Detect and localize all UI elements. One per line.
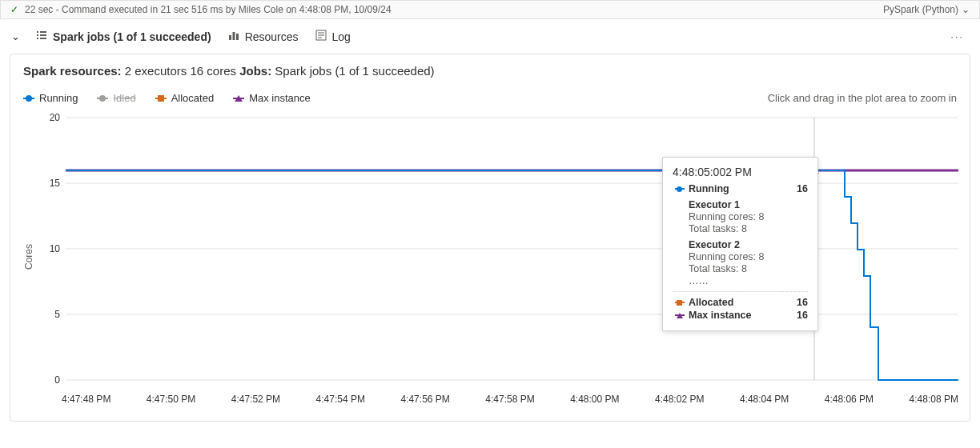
status-duration: 22 sec xyxy=(25,4,53,15)
legend-max-instance[interactable]: Max instance xyxy=(233,92,311,104)
legend-label: Allocated xyxy=(171,92,214,104)
resources-label: Spark resources: xyxy=(23,64,122,78)
x-tick: 4:48:00 PM xyxy=(570,394,619,405)
log-icon xyxy=(315,29,327,44)
x-tick: 4:47:58 PM xyxy=(485,394,534,405)
chart-tooltip: 4:48:05:002 PM Running 16 Executor 1 Run… xyxy=(662,157,818,331)
summary-line: Spark resources: 2 executors 16 cores Jo… xyxy=(23,64,957,78)
x-tick: 4:48:02 PM xyxy=(655,394,704,405)
tab-log[interactable]: Log xyxy=(313,26,352,47)
list-icon xyxy=(35,29,48,44)
y-axis-label: Cores xyxy=(23,244,34,270)
x-tick: 4:48:04 PM xyxy=(740,394,789,405)
resources-panel: Spark resources: 2 executors 16 cores Jo… xyxy=(10,54,970,422)
tooltip-max-value: 16 xyxy=(797,310,808,321)
svg-rect-2 xyxy=(236,34,239,40)
x-tick: 4:47:56 PM xyxy=(400,394,449,405)
tooltip-dots: …… xyxy=(689,275,808,286)
chart-icon xyxy=(227,29,240,44)
zoom-hint: Click and drag in the plot area to zoom … xyxy=(768,92,957,104)
svg-text:10: 10 xyxy=(50,243,61,254)
svg-rect-1 xyxy=(232,32,235,40)
chart-area[interactable]: Cores 20 15 10 5 0 xyxy=(23,109,957,405)
legend-label: Running xyxy=(39,92,78,104)
tooltip-allocated-value: 16 xyxy=(797,297,808,308)
collapse-chevron-icon[interactable]: ⌄ xyxy=(10,30,21,42)
language-selector[interactable]: PySpark (Python) ⌄ xyxy=(883,4,970,15)
legend-label: Idled xyxy=(113,92,135,104)
chevron-down-icon: ⌄ xyxy=(962,4,970,15)
tooltip-max-label: Max instance xyxy=(689,310,752,321)
tooltip-running-label: Running xyxy=(689,183,729,194)
success-check-icon: ✓ xyxy=(10,4,18,15)
tooltip-running-value: 16 xyxy=(797,183,808,194)
tooltip-exec1-cores: Running cores: 8 xyxy=(689,211,808,222)
language-label: PySpark (Python) xyxy=(883,4,958,15)
svg-rect-0 xyxy=(229,35,231,40)
svg-text:20: 20 xyxy=(50,112,61,123)
jobs-label: Jobs: xyxy=(239,64,271,78)
status-message: - Command executed in 21 sec 516 ms by M… xyxy=(56,4,392,15)
tab-resources[interactable]: Resources xyxy=(226,26,300,47)
tooltip-exec2-title: Executor 2 xyxy=(689,239,808,250)
legend-idled[interactable]: Idled xyxy=(97,92,135,104)
resources-value: 2 executors 16 cores xyxy=(122,64,240,78)
jobs-value: Spark jobs (1 of 1 succeeded) xyxy=(271,64,434,78)
legend-allocated[interactable]: Allocated xyxy=(155,92,214,104)
tooltip-exec2-tasks: Total tasks: 8 xyxy=(689,263,808,274)
svg-text:0: 0 xyxy=(54,374,60,386)
tab-label: Log xyxy=(332,30,351,43)
tooltip-allocated-label: Allocated xyxy=(689,297,733,308)
status-bar: ✓ 22 sec - Command executed in 21 sec 51… xyxy=(0,0,980,19)
running-line xyxy=(66,170,958,380)
svg-text:5: 5 xyxy=(54,309,60,320)
x-tick: 4:47:54 PM xyxy=(316,394,365,405)
chart-svg: 20 15 10 5 0 xyxy=(38,109,958,389)
x-tick: 4:47:48 PM xyxy=(62,394,110,405)
tooltip-exec1-tasks: Total tasks: 8 xyxy=(689,223,808,234)
tooltip-exec1-title: Executor 1 xyxy=(689,199,808,210)
svg-text:15: 15 xyxy=(50,178,61,189)
legend-label: Max instance xyxy=(249,92,311,104)
tooltip-time: 4:48:05:002 PM xyxy=(673,166,808,178)
x-axis-ticks: 4:47:48 PM 4:47:50 PM 4:47:52 PM 4:47:54… xyxy=(62,394,958,405)
tab-spark-jobs[interactable]: Spark jobs (1 of 1 succeeded) xyxy=(34,26,213,47)
tab-label: Resources xyxy=(245,30,299,43)
x-tick: 4:47:50 PM xyxy=(147,394,195,405)
tabs-row: ⌄ Spark jobs (1 of 1 succeeded) Resource… xyxy=(0,19,980,54)
tooltip-exec2-cores: Running cores: 8 xyxy=(689,251,808,262)
legend: Running Idled Allocated Max instance Cli… xyxy=(23,92,957,104)
x-tick: 4:48:06 PM xyxy=(825,394,874,405)
x-tick: 4:47:52 PM xyxy=(231,394,280,405)
legend-running[interactable]: Running xyxy=(23,92,78,104)
x-tick: 4:48:08 PM xyxy=(910,394,958,405)
more-menu-icon[interactable]: ··· xyxy=(950,30,970,42)
tab-label: Spark jobs (1 of 1 succeeded) xyxy=(53,30,211,43)
